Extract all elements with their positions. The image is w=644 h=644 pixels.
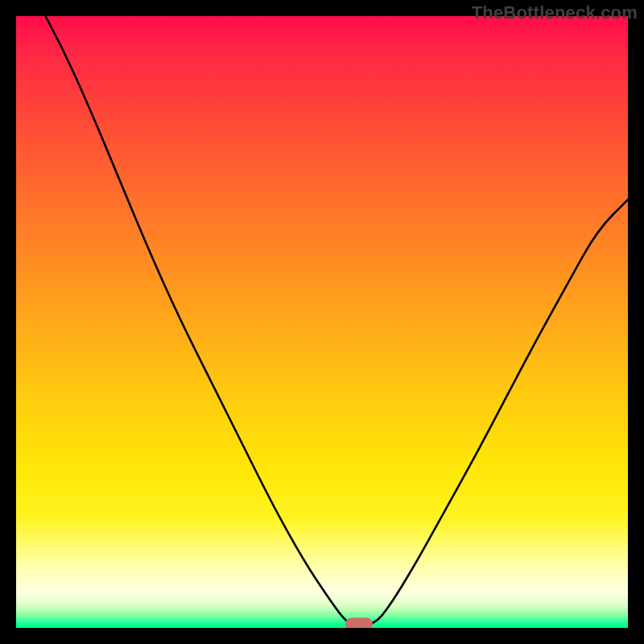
optimal-marker — [345, 618, 373, 628]
bottleneck-curve — [16, 16, 628, 628]
chart-frame: TheBottleneck.com — [0, 0, 644, 644]
watermark-text: TheBottleneck.com — [472, 2, 638, 23]
plot-area — [16, 16, 628, 628]
